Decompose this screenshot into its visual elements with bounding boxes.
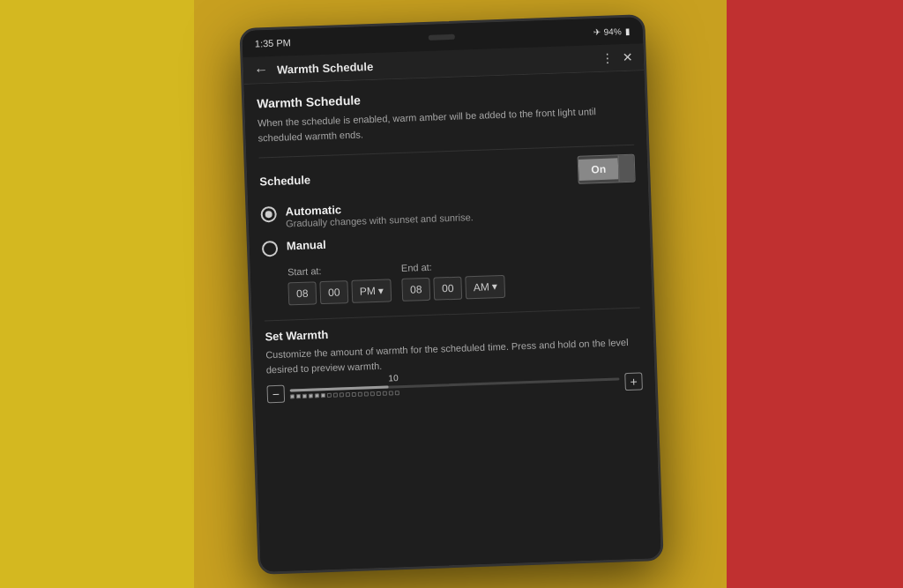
radio-circle-automatic [260,205,277,222]
nav-icons: ⋮ ✕ [601,49,633,64]
end-label: End at: [401,258,504,272]
radio-dot-automatic [265,211,272,218]
slider-filled [290,385,389,391]
slider-dot [358,391,362,396]
schedule-label: Schedule [259,173,310,188]
status-notch [429,33,455,40]
end-time-group: End at: 08 00 AM ▾ [401,258,506,306]
slider-dot [346,391,350,396]
radio-content-automatic: Automatic Gradually changes with sunset … [285,198,474,228]
schedule-toggle[interactable]: On [578,153,636,183]
slider-dot [395,390,399,394]
slider-dot [290,393,295,398]
background-right [727,0,903,588]
device-wrapper: 1:35 PM ✈ 94% ▮ ← Warmth Schedule ⋮ ✕ Wa… [239,14,663,575]
time-groups-row: Start at: 08 00 PM ▾ End at: [287,254,640,310]
slider-dot [389,390,393,394]
end-hour[interactable]: 08 [401,277,430,301]
start-minute[interactable]: 00 [319,280,348,304]
radio-option-manual[interactable]: Manual [262,227,638,257]
start-time-row: 08 00 PM ▾ [287,279,392,305]
schedule-row: Schedule On [259,153,636,195]
screen-content: Warmth Schedule When the schedule is ena… [244,71,661,572]
slider-dot [309,393,313,398]
radio-circle-manual [262,240,279,257]
time-pickers-wrapper: Start at: 08 00 PM ▾ End at: [263,254,639,311]
radio-option-automatic[interactable]: Automatic Gradually changes with sunset … [260,192,637,229]
slider-dot [383,391,387,395]
slider-dot [377,391,381,395]
radio-content-manual: Manual [287,237,326,252]
slider-dot [340,391,344,396]
slider-track[interactable]: 10 [290,376,620,398]
start-period[interactable]: PM ▾ [351,279,392,303]
slider-dot [327,392,332,397]
battery-percent: 94% [603,26,621,36]
start-period-label: PM [360,285,376,298]
slider-plus-button[interactable]: + [624,372,643,391]
nav-title: Warmth Schedule [277,51,593,75]
end-minute[interactable]: 00 [433,276,462,300]
slider-dot [302,393,307,398]
manual-label: Manual [287,237,326,252]
slider-dot [333,392,338,397]
slider-dot [315,392,319,397]
end-period-arrow: ▾ [491,280,496,293]
start-period-arrow: ▾ [378,284,384,296]
slider-minus-button[interactable]: − [266,384,285,403]
end-period-label: AM [473,280,489,294]
warmth-section: Set Warmth Customize the amount of warmt… [265,316,643,403]
slider-dot [364,391,369,395]
toggle-on-label: On [578,158,618,181]
start-time-group: Start at: 08 00 PM ▾ [287,263,392,310]
battery-icon: ▮ [624,26,630,35]
device-frame: 1:35 PM ✈ 94% ▮ ← Warmth Schedule ⋮ ✕ Wa… [239,14,663,575]
slider-value: 10 [388,372,399,382]
slider-dot [321,392,325,397]
slider-dot [370,391,375,395]
status-icons: ✈ 94% ▮ [593,26,630,36]
toggle-handle [618,154,635,182]
start-hour[interactable]: 08 [287,281,317,305]
status-time: 1:35 PM [255,37,291,48]
header-description: When the schedule is enabled, warm amber… [257,102,634,145]
airplane-icon: ✈ [593,26,600,36]
start-label: Start at: [287,263,391,277]
back-button[interactable]: ← [254,62,269,78]
header-section: Warmth Schedule When the schedule is ena… [257,83,634,145]
slider-row: − 10 [266,372,642,403]
end-period[interactable]: AM ▾ [465,274,505,299]
slider-dot [352,391,356,396]
slider-dot [296,393,301,398]
close-icon[interactable]: ✕ [622,49,633,63]
more-icon[interactable]: ⋮ [601,50,614,64]
background-left [0,0,194,588]
end-time-row: 08 00 AM ▾ [401,274,505,301]
